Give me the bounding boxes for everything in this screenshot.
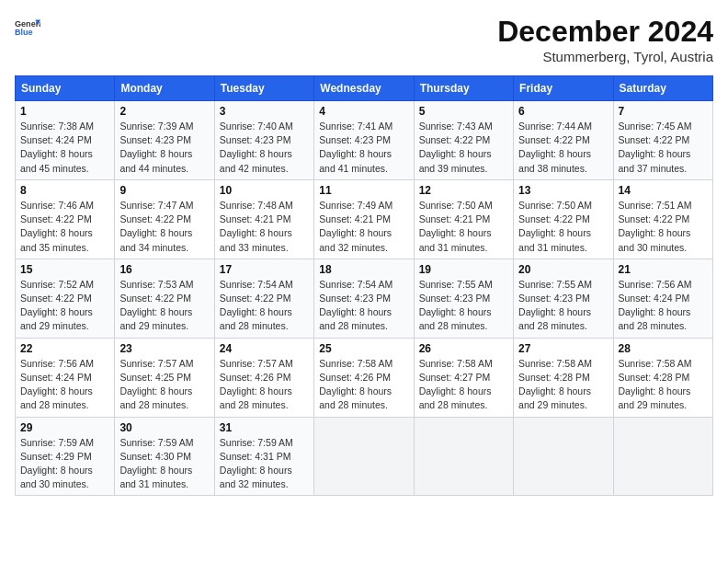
calendar-cell: 15 Sunrise: 7:52 AMSunset: 4:22 PMDaylig… — [16, 259, 115, 338]
day-number: 29 — [20, 421, 109, 434]
calendar-cell: 7 Sunrise: 7:45 AMSunset: 4:22 PMDayligh… — [613, 101, 712, 180]
calendar-cell: 19 Sunrise: 7:55 AMSunset: 4:23 PMDaylig… — [414, 259, 513, 338]
weekday-header-thursday: Thursday — [414, 76, 513, 101]
calendar-cell — [514, 417, 613, 496]
calendar-cell: 21 Sunrise: 7:56 AMSunset: 4:24 PMDaylig… — [613, 259, 712, 338]
day-info: Sunrise: 7:43 AMSunset: 4:22 PMDaylight:… — [419, 121, 493, 174]
location: Stummerberg, Tyrol, Austria — [497, 49, 713, 64]
day-number: 17 — [220, 263, 309, 276]
week-row-1: 1 Sunrise: 7:38 AMSunset: 4:24 PMDayligh… — [16, 101, 713, 180]
weekday-header-wednesday: Wednesday — [314, 76, 414, 101]
day-info: Sunrise: 7:56 AMSunset: 4:24 PMDaylight:… — [619, 279, 692, 332]
calendar-cell: 12 Sunrise: 7:50 AMSunset: 4:21 PMDaylig… — [414, 179, 513, 259]
calendar-cell: 29 Sunrise: 7:59 AMSunset: 4:29 PMDaylig… — [16, 417, 115, 496]
day-number: 26 — [419, 342, 508, 355]
day-number: 12 — [419, 184, 508, 197]
weekday-header-friday: Friday — [514, 76, 613, 101]
day-number: 24 — [220, 342, 309, 355]
calendar-cell: 20 Sunrise: 7:55 AMSunset: 4:23 PMDaylig… — [514, 259, 613, 338]
day-info: Sunrise: 7:52 AMSunset: 4:22 PMDaylight:… — [20, 279, 94, 332]
day-info: Sunrise: 7:55 AMSunset: 4:23 PMDaylight:… — [518, 279, 592, 332]
day-info: Sunrise: 7:47 AMSunset: 4:22 PMDaylight:… — [119, 200, 193, 253]
day-number: 30 — [119, 421, 209, 434]
calendar-cell: 30 Sunrise: 7:59 AMSunset: 4:30 PMDaylig… — [115, 417, 214, 496]
day-number: 31 — [220, 421, 309, 434]
day-number: 25 — [319, 342, 408, 355]
calendar-cell: 18 Sunrise: 7:54 AMSunset: 4:23 PMDaylig… — [314, 259, 414, 338]
day-number: 11 — [319, 184, 408, 197]
day-info: Sunrise: 7:58 AMSunset: 4:28 PMDaylight:… — [619, 358, 692, 411]
logo-icon: General Blue — [15, 15, 40, 40]
day-info: Sunrise: 7:45 AMSunset: 4:22 PMDaylight:… — [619, 121, 692, 174]
day-info: Sunrise: 7:51 AMSunset: 4:22 PMDaylight:… — [619, 200, 692, 253]
svg-text:Blue: Blue — [15, 28, 33, 37]
calendar-cell: 9 Sunrise: 7:47 AMSunset: 4:22 PMDayligh… — [115, 179, 214, 259]
day-info: Sunrise: 7:56 AMSunset: 4:24 PMDaylight:… — [20, 358, 94, 411]
day-info: Sunrise: 7:57 AMSunset: 4:26 PMDaylight:… — [220, 358, 293, 411]
day-info: Sunrise: 7:48 AMSunset: 4:21 PMDaylight:… — [220, 200, 293, 253]
calendar-cell: 13 Sunrise: 7:50 AMSunset: 4:22 PMDaylig… — [514, 179, 613, 259]
month-title: December 2024 — [497, 15, 713, 49]
day-info: Sunrise: 7:58 AMSunset: 4:28 PMDaylight:… — [518, 358, 592, 411]
calendar-cell: 25 Sunrise: 7:58 AMSunset: 4:26 PMDaylig… — [314, 338, 414, 417]
calendar-cell: 1 Sunrise: 7:38 AMSunset: 4:24 PMDayligh… — [16, 101, 115, 180]
day-number: 18 — [319, 263, 408, 276]
day-info: Sunrise: 7:58 AMSunset: 4:27 PMDaylight:… — [419, 358, 493, 411]
day-info: Sunrise: 7:46 AMSunset: 4:22 PMDaylight:… — [20, 200, 94, 253]
day-number: 28 — [619, 342, 708, 355]
day-info: Sunrise: 7:54 AMSunset: 4:22 PMDaylight:… — [220, 279, 293, 332]
calendar-cell: 3 Sunrise: 7:40 AMSunset: 4:23 PMDayligh… — [214, 101, 313, 180]
day-number: 16 — [119, 263, 209, 276]
day-number: 10 — [220, 184, 309, 197]
title-block: December 2024 Stummerberg, Tyrol, Austri… — [497, 15, 713, 64]
day-info: Sunrise: 7:57 AMSunset: 4:25 PMDaylight:… — [119, 358, 193, 411]
day-number: 2 — [119, 105, 209, 118]
day-number: 14 — [619, 184, 708, 197]
day-info: Sunrise: 7:55 AMSunset: 4:23 PMDaylight:… — [419, 279, 493, 332]
day-info: Sunrise: 7:50 AMSunset: 4:22 PMDaylight:… — [518, 200, 592, 253]
calendar-cell: 28 Sunrise: 7:58 AMSunset: 4:28 PMDaylig… — [613, 338, 712, 417]
calendar-cell: 16 Sunrise: 7:53 AMSunset: 4:22 PMDaylig… — [115, 259, 214, 338]
calendar-cell: 10 Sunrise: 7:48 AMSunset: 4:21 PMDaylig… — [214, 179, 313, 259]
weekday-header-row: SundayMondayTuesdayWednesdayThursdayFrid… — [16, 76, 713, 101]
weekday-header-monday: Monday — [115, 76, 214, 101]
calendar-cell — [314, 417, 414, 496]
calendar-cell: 14 Sunrise: 7:51 AMSunset: 4:22 PMDaylig… — [613, 179, 712, 259]
week-row-3: 15 Sunrise: 7:52 AMSunset: 4:22 PMDaylig… — [16, 259, 713, 338]
week-row-2: 8 Sunrise: 7:46 AMSunset: 4:22 PMDayligh… — [16, 179, 713, 259]
calendar-cell: 31 Sunrise: 7:59 AMSunset: 4:31 PMDaylig… — [214, 417, 313, 496]
calendar-cell: 6 Sunrise: 7:44 AMSunset: 4:22 PMDayligh… — [514, 101, 613, 180]
calendar-cell: 5 Sunrise: 7:43 AMSunset: 4:22 PMDayligh… — [414, 101, 513, 180]
logo: General Blue — [15, 15, 40, 40]
day-number: 4 — [319, 105, 408, 118]
weekday-header-tuesday: Tuesday — [214, 76, 313, 101]
calendar-cell: 8 Sunrise: 7:46 AMSunset: 4:22 PMDayligh… — [16, 179, 115, 259]
day-number: 13 — [518, 184, 608, 197]
day-number: 1 — [20, 105, 109, 118]
day-info: Sunrise: 7:50 AMSunset: 4:21 PMDaylight:… — [419, 200, 493, 253]
day-number: 20 — [518, 263, 608, 276]
day-number: 19 — [419, 263, 508, 276]
day-info: Sunrise: 7:44 AMSunset: 4:22 PMDaylight:… — [518, 121, 592, 174]
day-info: Sunrise: 7:59 AMSunset: 4:29 PMDaylight:… — [20, 437, 94, 490]
weekday-header-saturday: Saturday — [613, 76, 712, 101]
calendar-cell — [414, 417, 513, 496]
weekday-header-sunday: Sunday — [16, 76, 115, 101]
page-header: General Blue December 2024 Stummerberg, … — [15, 15, 713, 64]
calendar-cell: 22 Sunrise: 7:56 AMSunset: 4:24 PMDaylig… — [16, 338, 115, 417]
calendar-cell: 4 Sunrise: 7:41 AMSunset: 4:23 PMDayligh… — [314, 101, 414, 180]
day-info: Sunrise: 7:53 AMSunset: 4:22 PMDaylight:… — [119, 279, 193, 332]
day-info: Sunrise: 7:49 AMSunset: 4:21 PMDaylight:… — [319, 200, 392, 253]
day-number: 27 — [518, 342, 608, 355]
day-number: 9 — [119, 184, 209, 197]
day-info: Sunrise: 7:39 AMSunset: 4:23 PMDaylight:… — [119, 121, 193, 174]
day-number: 23 — [119, 342, 209, 355]
day-info: Sunrise: 7:40 AMSunset: 4:23 PMDaylight:… — [220, 121, 293, 174]
day-info: Sunrise: 7:59 AMSunset: 4:31 PMDaylight:… — [220, 437, 293, 490]
day-number: 3 — [220, 105, 309, 118]
day-info: Sunrise: 7:59 AMSunset: 4:30 PMDaylight:… — [119, 437, 193, 490]
calendar-cell — [613, 417, 712, 496]
day-number: 7 — [619, 105, 708, 118]
day-info: Sunrise: 7:54 AMSunset: 4:23 PMDaylight:… — [319, 279, 392, 332]
calendar-cell: 17 Sunrise: 7:54 AMSunset: 4:22 PMDaylig… — [214, 259, 313, 338]
